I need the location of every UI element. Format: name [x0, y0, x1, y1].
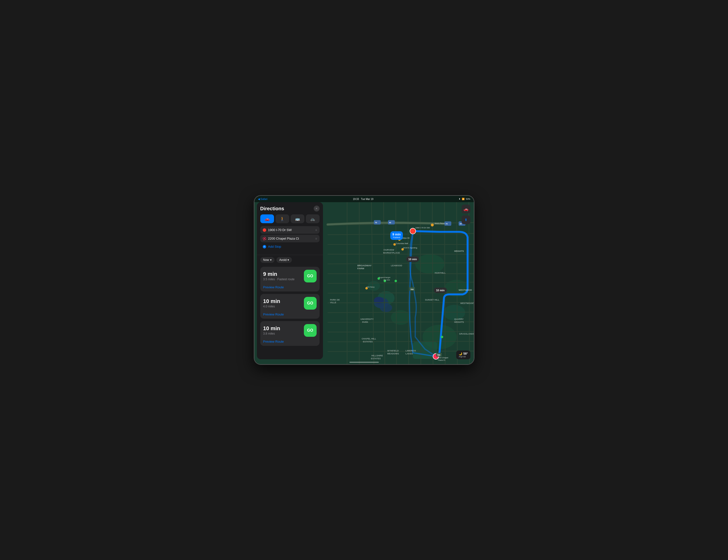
close-button[interactable]: ✕: [314, 206, 320, 212]
svg-text:PARK DE: PARK DE: [330, 298, 340, 301]
back-button[interactable]: ◀ Safari: [258, 198, 268, 201]
origin-text: 1900 I-70 Dr SW: [268, 228, 313, 232]
svg-text:Imo's Pizza: Imo's Pizza: [435, 222, 445, 225]
svg-point-84: [441, 336, 443, 338]
route-2-details: 4.0 miles: [263, 305, 304, 308]
sidebar-title-row: Directions ✕: [260, 206, 320, 212]
svg-text:LIMERICK: LIMERICK: [406, 349, 416, 352]
svg-text:PARK: PARK: [362, 321, 368, 323]
svg-text:760: 760: [410, 288, 414, 290]
go-button-2[interactable]: GO: [304, 297, 317, 309]
route-3-details: 3.8 miles: [263, 332, 304, 335]
time-option[interactable]: Now ▾: [260, 257, 274, 263]
svg-text:HILLSHIRE: HILLSHIRE: [371, 354, 383, 357]
sidebar-title: Directions: [260, 206, 284, 212]
ipad-frame: BROADWAY FARM HEIGHTS WESTWOOD WESTMOUNT…: [254, 195, 474, 365]
svg-text:GRASSLANDS: GRASSLANDS: [459, 332, 474, 335]
transport-tabs: 🚗 🚶 🚌 🚲: [260, 215, 320, 223]
svg-text:CHAPEL HILL: CHAPEL HILL: [362, 337, 376, 340]
route-callout-mid: 10 min: [406, 257, 419, 262]
avoid-option[interactable]: Avoid ▾: [276, 257, 292, 263]
svg-point-77: [393, 243, 396, 246]
origin-icon: [263, 228, 266, 232]
sidebar-header: Directions ✕ 🚗 🚶 🚌 🚲 1900 I-70 Dr SW ≡: [257, 202, 323, 255]
avoid-label: Avoid: [279, 258, 287, 262]
go-button-3[interactable]: GO: [304, 324, 317, 337]
svg-text:HEIGHTS: HEIGHTS: [454, 250, 464, 252]
add-stop-icon: +: [263, 245, 266, 249]
svg-line-23: [327, 332, 474, 332]
tab-walk[interactable]: 🚶: [275, 215, 289, 223]
svg-point-41: [410, 228, 416, 234]
svg-text:Hy-Vee: Hy-Vee: [383, 279, 390, 281]
moon-icon: 🌙: [459, 352, 462, 355]
time-chevron: ▾: [270, 258, 272, 262]
add-stop-row[interactable]: + Add Stop: [260, 243, 320, 250]
tab-transit[interactable]: 🚌: [291, 215, 304, 223]
location-icon: ⬆: [459, 198, 461, 200]
svg-text:2200 Chapel: 2200 Chapel: [437, 356, 448, 359]
svg-text:LEAWOOD: LEAWOOD: [391, 264, 402, 267]
svg-text:Old Navy: Old Navy: [366, 286, 374, 288]
svg-text:LAKES: LAKES: [406, 352, 413, 355]
route-2-main: 10 min 4.0 miles GO: [263, 297, 317, 309]
svg-text:WESTMOUNT: WESTMOUNT: [460, 302, 474, 304]
route-item-1: 9 min 3.5 miles · Fastest route GO Previ…: [260, 267, 320, 291]
svg-text:SUNSET HILL: SUNSET HILL: [425, 298, 439, 301]
svg-text:70: 70: [445, 223, 448, 225]
svg-text:UNIVERSITY: UNIVERSITY: [360, 318, 374, 320]
avoid-chevron: ▾: [287, 258, 289, 262]
status-bar: ◀ Safari 19:33 Tue Mar 19 ⬆ 📶 53%: [254, 196, 474, 202]
origin-field[interactable]: 1900 I-70 Dr SW ≡: [260, 226, 320, 234]
svg-text:WESTWOOD: WESTWOOD: [458, 289, 472, 291]
weather-badge: 🌙 58° AQI 43: [456, 350, 470, 359]
svg-point-10: [380, 303, 392, 312]
route-3-time: 10 min: [263, 325, 304, 331]
svg-text:FAIRVIEW: FAIRVIEW: [383, 249, 394, 251]
svg-text:VILLE: VILLE: [330, 301, 336, 304]
destination-text: 2200 Chapel Plaza Ct: [268, 237, 313, 240]
destination-icon: [263, 237, 266, 240]
tab-car[interactable]: 🚗: [260, 215, 274, 223]
svg-text:760: 760: [437, 354, 441, 356]
svg-text:HEIGHTS: HEIGHTS: [454, 321, 464, 323]
svg-line-21: [327, 312, 474, 312]
route-callout-right: 10 min: [434, 287, 447, 293]
route-3-main: 10 min 3.8 miles GO: [263, 324, 317, 337]
tab-bike[interactable]: 🚲: [306, 215, 320, 223]
map-controls: 🚗 ⬆: [462, 205, 470, 226]
svg-text:Plaza Ct: Plaza Ct: [438, 359, 445, 361]
wifi-icon: 📶: [462, 198, 465, 200]
svg-point-82: [431, 224, 434, 227]
route-item-3: 10 min 3.8 miles GO Preview Route: [260, 321, 320, 346]
status-left: ◀ Safari: [258, 198, 268, 201]
address-fields: 1900 I-70 Dr SW ≡ 2200 Chapel Plaza Ct ≡…: [260, 226, 320, 250]
home-indicator: [349, 362, 379, 363]
svg-line-22: [327, 322, 474, 322]
destination-drag-handle: ≡: [315, 237, 317, 240]
directions-sidebar: Directions ✕ 🚗 🚶 🚌 🚲 1900 I-70 Dr SW ≡: [257, 202, 323, 359]
svg-line-19: [327, 293, 474, 293]
preview-route-2[interactable]: Preview Route: [263, 310, 317, 319]
route-1-main: 9 min 3.5 miles · Fastest route GO: [263, 270, 317, 282]
svg-text:HUNTHILL: HUNTHILL: [435, 272, 446, 274]
destination-field[interactable]: 2200 Chapel Plaza Ct ≡: [260, 235, 320, 242]
svg-text:Columbia Mall: Columbia Mall: [396, 242, 408, 245]
add-stop-label: Add Stop: [268, 245, 281, 249]
location-button[interactable]: ⬆: [462, 216, 470, 224]
svg-text:40: 40: [389, 222, 391, 224]
car-mode-button[interactable]: 🚗: [462, 205, 470, 214]
svg-line-24: [327, 341, 474, 342]
origin-drag-handle: ≡: [315, 228, 317, 232]
go-button-1[interactable]: GO: [304, 270, 317, 282]
svg-text:QUARRY: QUARRY: [454, 318, 463, 320]
route-1-info: 9 min 3.5 miles · Fastest route: [263, 271, 304, 281]
routes-list: 9 min 3.5 miles · Fastest route GO Previ…: [257, 265, 323, 359]
preview-route-3[interactable]: Preview Route: [263, 338, 317, 346]
svg-text:BROADWAY: BROADWAY: [357, 264, 372, 267]
svg-point-79: [394, 280, 397, 282]
preview-route-1[interactable]: Preview Route: [263, 283, 317, 291]
route-1-details: 3.5 miles · Fastest route: [263, 278, 304, 281]
svg-text:ESTATES: ESTATES: [363, 340, 373, 343]
svg-text:70: 70: [375, 222, 377, 224]
